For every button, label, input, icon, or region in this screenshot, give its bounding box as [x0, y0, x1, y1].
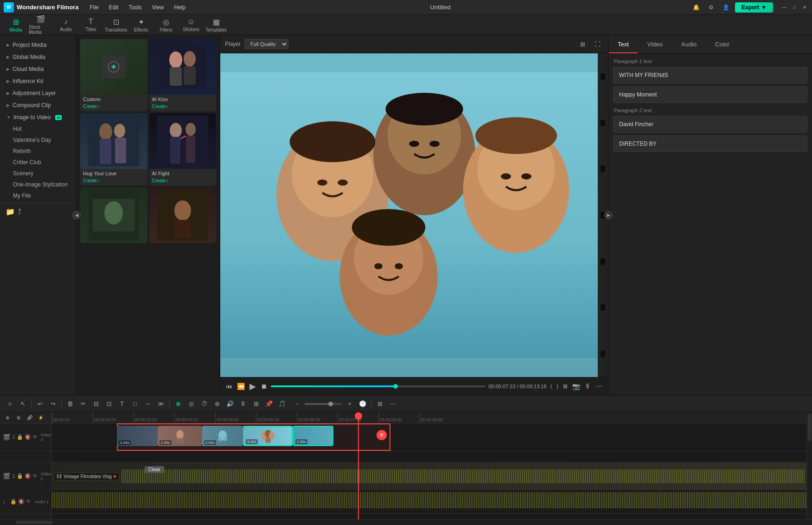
snapshot-button[interactable]: 📷	[571, 382, 581, 391]
crop-clip-button[interactable]: ⊡	[103, 398, 115, 410]
maximize-button[interactable]: □	[791, 4, 798, 11]
settings-tl-button[interactable]: ⋯	[387, 398, 399, 410]
right-panel-collapse-button[interactable]: ▶	[604, 211, 613, 219]
text-item-happy-moment[interactable]: Happy Moment	[613, 86, 807, 103]
video3-lock-icon[interactable]: 🔒	[17, 434, 23, 440]
toolbar-audio[interactable]: ♪ Audio	[54, 16, 78, 34]
toolbar-titles[interactable]: T Titles	[79, 16, 103, 34]
sidebar-item-project-media[interactable]: ▶ Project Media	[0, 39, 76, 51]
media-card-custom[interactable]: Custom Create ›	[80, 39, 147, 111]
text-item-directed-by[interactable]: DIRECTED BY	[613, 135, 807, 152]
media-card-6[interactable]	[149, 187, 217, 243]
sidebar-sub-valentines[interactable]: Valentine's Day	[0, 134, 76, 146]
audio1-volume-icon[interactable]: 🔇	[18, 499, 25, 505]
menu-edit[interactable]: Edit	[104, 2, 123, 13]
video3-volume-icon[interactable]: 🔇	[25, 434, 31, 440]
zoom-slider[interactable]	[305, 403, 342, 405]
close-button-timeline[interactable]: Close	[145, 466, 164, 473]
delete-clip-badge[interactable]: ✕	[377, 430, 387, 440]
toolbar-stickers[interactable]: ☺ Stickers	[179, 16, 203, 34]
motion-button[interactable]: ◎	[185, 398, 197, 410]
stop-button[interactable]: ⏹	[260, 382, 268, 391]
sticker-tl-button[interactable]: 📌	[263, 398, 275, 410]
undo-button[interactable]: ↩	[34, 398, 46, 410]
tab-audio[interactable]: Audio	[672, 35, 706, 53]
video-clip-5[interactable]: 2.60s	[293, 426, 333, 446]
sidebar-sub-critter[interactable]: Critter Club	[0, 157, 76, 168]
tab-color[interactable]: Color	[706, 35, 739, 53]
link-icon[interactable]: 🔗	[25, 413, 34, 423]
menu-help[interactable]: Help	[169, 2, 190, 13]
menu-tools[interactable]: Tools	[124, 2, 146, 13]
crop-button[interactable]: ⊠	[562, 382, 569, 391]
video1-strip[interactable]: 🎞 Vintage Filmslides Vlog ♥	[52, 462, 806, 490]
card-hug-action[interactable]: Create ›	[80, 177, 147, 186]
sidebar-item-cloud-media[interactable]: ▶ Cloud Media	[0, 63, 76, 75]
select-tool-button[interactable]: ⊹	[4, 398, 16, 410]
sidebar-item-global-media[interactable]: ▶ Global Media	[0, 51, 76, 63]
sidebar-item-influence-kit[interactable]: ▶ Influence Kit	[0, 75, 76, 87]
more-button[interactable]: ⋯	[595, 382, 603, 391]
card-custom-action[interactable]: Create ›	[80, 103, 147, 111]
audio1-lock-icon[interactable]: 🔒	[10, 499, 17, 505]
sidebar-item-compound-clip[interactable]: ▶ Compound Clip	[0, 99, 76, 111]
track-settings-icon[interactable]: ⊞	[14, 413, 23, 423]
pointer-tool-button[interactable]: ↖	[17, 398, 29, 410]
toolbar-effects[interactable]: ✦ Effects	[129, 16, 153, 34]
media-card-ai-kiss[interactable]: AI Kiss Create ›	[149, 39, 217, 111]
audio-tl-button[interactable]: 🎵	[276, 398, 288, 410]
add-track-icon[interactable]: ⊕	[3, 413, 12, 423]
sidebar-item-adjustment-layer[interactable]: ▶ Adjustment Layer	[0, 87, 76, 99]
grid-view-icon[interactable]: ⊞	[576, 38, 588, 50]
toolbar-filters[interactable]: ◎ Filters	[154, 16, 178, 34]
toolbar-media[interactable]: ⊞ Media	[4, 16, 28, 34]
delete-button[interactable]: 🗑	[64, 398, 76, 410]
text-item-david-fincher[interactable]: David Fincher	[613, 116, 807, 133]
toolbar-templates[interactable]: ▦ Templates	[204, 16, 228, 34]
video1-eye-icon[interactable]: 👁	[32, 473, 38, 479]
sidebar-sub-hot[interactable]: Hot	[0, 123, 76, 134]
tab-text[interactable]: Text	[608, 35, 638, 53]
progress-bar[interactable]	[271, 385, 486, 387]
export-button[interactable]: Export ▼	[735, 2, 773, 13]
minimize-button[interactable]: —	[780, 4, 788, 11]
notification-icon[interactable]: 🔔	[691, 2, 702, 13]
add-clip-button[interactable]: ⊕	[172, 398, 184, 410]
play-button[interactable]: ▶	[249, 380, 257, 392]
sidebar-sub-scenery[interactable]: Scenery	[0, 168, 76, 179]
mic-button[interactable]: 🎙	[237, 398, 249, 410]
voiceover-button[interactable]: 🎙	[584, 382, 592, 391]
speed-button[interactable]: ⏱	[198, 398, 210, 410]
menu-file[interactable]: File	[85, 2, 103, 13]
color-button[interactable]: ⊞	[250, 398, 262, 410]
magnet-icon[interactable]: ⚡	[36, 413, 45, 423]
split-button[interactable]: ⊟	[90, 398, 102, 410]
text-clip-button[interactable]: T	[116, 398, 128, 410]
card-fight-action[interactable]: Create ›	[149, 177, 217, 186]
text-item-with-friends[interactable]: WITH MY FRIENdS	[613, 67, 807, 83]
zoom-in-button[interactable]: +	[344, 398, 356, 410]
video-clip-1[interactable]: 2.44s	[117, 426, 158, 446]
skip-back-button[interactable]: ⏮	[225, 382, 233, 391]
toolbar-transitions[interactable]: ⊡ Transitions	[104, 16, 128, 34]
fullscreen-icon[interactable]: ⛶	[591, 38, 603, 50]
audio1-eye-icon[interactable]: 👁	[26, 499, 31, 505]
close-button[interactable]: ✕	[801, 4, 808, 11]
scrollbar-thumb-h[interactable]	[16, 521, 53, 524]
freeze-button[interactable]: ⊛	[211, 398, 223, 410]
sidebar-collapse-button[interactable]: ◀	[72, 211, 81, 219]
import-icon[interactable]: ⤴	[18, 208, 21, 216]
sidebar-sub-my-file[interactable]: My File	[0, 190, 76, 201]
media-card-ai-fight[interactable]: AI Fight Create ›	[149, 113, 217, 186]
sidebar-item-image-to-video[interactable]: ▼ Image to Video AI	[0, 111, 76, 123]
cut-button[interactable]: ✂	[77, 398, 89, 410]
add-folder-icon[interactable]: 📁	[6, 207, 15, 216]
menu-view[interactable]: View	[147, 2, 168, 13]
tab-video[interactable]: Video	[638, 35, 672, 53]
scrollbar-thumb-v[interactable]	[808, 413, 812, 441]
settings-icon[interactable]: ⚙	[705, 2, 716, 13]
mark-out-button[interactable]: }	[556, 383, 559, 390]
zoom-out-button[interactable]: −	[291, 398, 303, 410]
audio1-strip[interactable]	[52, 492, 806, 508]
more-tools-button[interactable]: ≫	[155, 398, 167, 410]
